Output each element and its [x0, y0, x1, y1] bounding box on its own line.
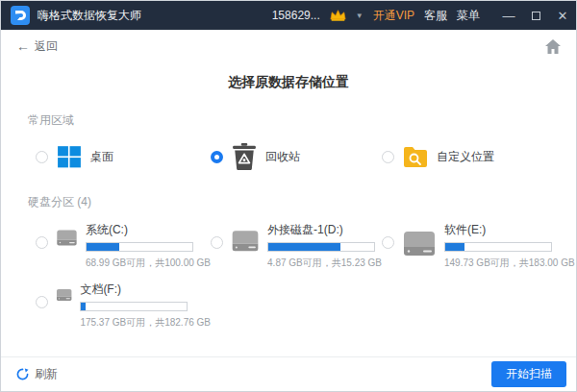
disk-e-radio[interactable] — [382, 236, 394, 249]
recycle-bin-radio[interactable] — [211, 151, 223, 163]
minimize-button[interactable]: — — [495, 1, 522, 30]
disk-detail: 68.99 GB可用，共100.00 GB — [86, 257, 211, 270]
disk-name: 软件(E:) — [444, 222, 575, 238]
user-id[interactable]: 158629... — [272, 9, 320, 22]
desktop-label: 桌面 — [90, 149, 113, 165]
recycle-bin-label: 回收站 — [265, 149, 300, 165]
maximize-icon — [532, 12, 540, 20]
hdd-icon — [231, 228, 260, 258]
refresh-label: 刷新 — [35, 366, 58, 382]
maximize-button[interactable] — [522, 1, 549, 30]
open-vip-link[interactable]: 开通VIP — [373, 8, 414, 24]
disk-usage-fill — [87, 243, 119, 251]
refresh-icon — [16, 368, 29, 380]
disk-item-f[interactable]: 文档(F:) 175.37 GB可用，共182.76 GB — [36, 282, 211, 330]
disk-grid-row-2: 文档(F:) 175.37 GB可用，共182.76 GB — [36, 282, 576, 330]
disk-usage-fill — [81, 303, 85, 310]
option-desktop[interactable]: 桌面 — [36, 144, 211, 169]
disk-usage-bar — [86, 242, 193, 252]
start-scan-button[interactable]: 开始扫描 — [491, 361, 566, 387]
hdd-icon — [402, 228, 437, 258]
recycle-bin-icon — [232, 144, 257, 169]
disk-detail: 149.73 GB可用，共183.00 GB — [444, 257, 575, 270]
disk-usage-bar — [267, 242, 375, 252]
disk-detail: 4.87 GB可用，共15.23 GB — [267, 257, 382, 270]
back-label: 返回 — [35, 38, 58, 55]
disk-c-radio[interactable] — [36, 236, 48, 249]
page-title: 选择原数据存储位置 — [1, 74, 576, 91]
folder-search-icon — [403, 144, 428, 169]
home-icon[interactable] — [545, 39, 561, 54]
menu-link[interactable]: 菜单 — [457, 8, 480, 24]
disk-d-radio[interactable] — [211, 236, 223, 249]
custom-location-label: 自定义位置 — [437, 149, 494, 165]
common-area-section-label: 常用区域 — [28, 112, 576, 129]
disk-usage-bar — [80, 302, 188, 311]
hdd-icon — [56, 287, 72, 318]
hdd-icon — [56, 228, 78, 258]
common-area-options: 桌面 回收站 自定义位置 — [36, 144, 576, 169]
disk-detail: 175.37 GB可用，共182.76 GB — [80, 316, 211, 330]
option-recycle-bin[interactable]: 回收站 — [211, 144, 382, 169]
desktop-radio[interactable] — [36, 151, 48, 163]
disk-item-d[interactable]: 外接磁盘-1(D:) 4.87 GB可用，共15.23 GB — [211, 222, 382, 270]
refresh-button[interactable]: 刷新 — [16, 366, 58, 382]
disk-name: 外接磁盘-1(D:) — [267, 222, 382, 238]
disk-item-c[interactable]: 系统(C:) 68.99 GB可用，共100.00 GB — [36, 222, 211, 270]
close-button[interactable]: ✕ — [549, 1, 576, 30]
app-logo-icon — [11, 6, 30, 25]
disk-name: 文档(F:) — [80, 282, 211, 298]
back-arrow-icon: ← — [16, 38, 30, 54]
window-controls: — ✕ — [495, 1, 576, 30]
disk-usage-bar — [444, 242, 552, 252]
windows-logo-icon — [57, 144, 82, 169]
disk-item-e[interactable]: 软件(E:) 149.73 GB可用，共183.00 GB — [382, 222, 576, 270]
custom-location-radio[interactable] — [382, 151, 394, 163]
disk-f-radio[interactable] — [36, 296, 48, 308]
titlebar: 嗨格式数据恢复大师 158629... ▼ 开通VIP 客服 菜单 — ✕ — [1, 1, 576, 30]
sub-header: ← 返回 — [1, 30, 576, 62]
back-button[interactable]: ← 返回 — [16, 38, 58, 55]
disk-name: 系统(C:) — [86, 222, 211, 238]
disk-usage-fill — [445, 243, 464, 251]
option-custom-location[interactable]: 自定义位置 — [382, 144, 576, 169]
chevron-down-icon[interactable]: ▼ — [356, 12, 364, 20]
disk-usage-fill — [268, 243, 340, 251]
customer-service-link[interactable]: 客服 — [424, 8, 447, 24]
footer-bar: 刷新 开始扫描 — [1, 356, 576, 391]
disk-grid-row-1: 系统(C:) 68.99 GB可用，共100.00 GB 外接磁盘-1(D:) … — [36, 222, 576, 270]
app-title: 嗨格式数据恢复大师 — [38, 8, 141, 24]
vip-crown-icon — [330, 9, 346, 22]
partitions-section-label: 硬盘分区 (4) — [28, 194, 576, 210]
